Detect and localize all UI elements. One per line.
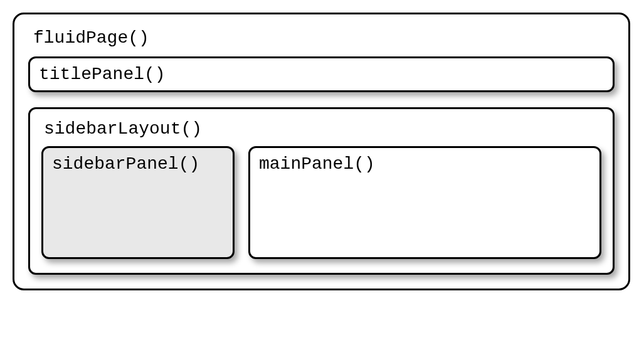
title-panel-container: titlePanel()	[28, 56, 615, 92]
fluid-page-container: fluidPage() titlePanel() sidebarLayout()…	[13, 13, 630, 290]
sidebar-panel-container: sidebarPanel()	[41, 146, 235, 259]
panels-row: sidebarPanel() mainPanel()	[41, 146, 601, 259]
sidebar-panel-label: sidebarPanel()	[52, 154, 224, 174]
title-panel-label: titlePanel()	[39, 65, 604, 84]
sidebar-layout-container: sidebarLayout() sidebarPanel() mainPanel…	[28, 107, 615, 275]
fluid-page-label: fluidPage()	[28, 26, 615, 56]
sidebar-layout-label: sidebarLayout()	[41, 118, 601, 146]
main-panel-label: mainPanel()	[259, 154, 591, 174]
main-panel-container: mainPanel()	[248, 146, 601, 259]
